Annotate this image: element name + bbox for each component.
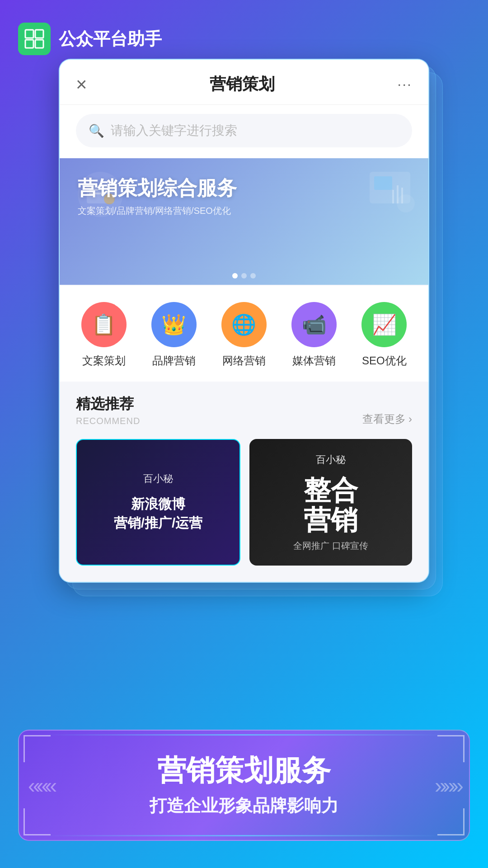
banner-text: 营销策划综合服务 文案策划/品牌营销/网络营销/SEO优化 [78, 176, 237, 217]
product-grid: 百小秘 新浪微博营销/推广/运营 百小秘 整合营销 全网推广 口碑宣传 [60, 432, 428, 582]
inner-app-title: 营销策划 [210, 73, 275, 95]
bottom-main-text: 营销策划服务 [46, 753, 442, 788]
banner-dots [232, 273, 256, 278]
banner-sub-text: 文案策划/品牌营销/网络营销/SEO优化 [78, 205, 237, 217]
card-brand-0: 百小秘 [143, 472, 173, 486]
cat-icon-1: 👑 [151, 302, 197, 347]
cat-icon-4: 📈 [361, 302, 407, 347]
app-logo [18, 23, 51, 55]
svg-rect-12 [392, 190, 394, 203]
svg-rect-2 [25, 40, 33, 48]
card-content-0: 百小秘 新浪微博营销/推广/运营 [77, 440, 239, 565]
card-text-1: 整合营销 [304, 476, 358, 535]
card-brand-1: 百小秘 [316, 453, 346, 467]
product-card-1[interactable]: 百小秘 整合营销 全网推广 口碑宣传 [249, 439, 412, 566]
more-button[interactable]: ··· [397, 76, 412, 93]
cat-icon-3: 📹 [291, 302, 337, 347]
svg-rect-1 [35, 30, 43, 38]
cat-label-1: 品牌营销 [152, 354, 196, 368]
recommend-more-button[interactable]: 查看更多 › [362, 412, 412, 426]
card-tag-1: 全网推广 口碑宣传 [293, 540, 368, 552]
category-item-3[interactable]: 📹 媒体营销 [291, 302, 337, 368]
product-card-0[interactable]: 百小秘 新浪微博营销/推广/运营 [76, 439, 240, 566]
recommend-subtitle: RECOMMEND [76, 416, 140, 426]
category-item-1[interactable]: 👑 品牌营销 [151, 302, 197, 368]
cat-label-4: SEO优化 [362, 354, 407, 368]
app-header: 公众平台助手 [0, 0, 488, 64]
search-icon: 🔍 [89, 123, 104, 138]
svg-rect-10 [374, 176, 392, 190]
recommend-more-label: 查看更多 [362, 412, 406, 426]
cat-label-3: 媒体营销 [292, 354, 336, 368]
frame-deco-bottom [45, 835, 443, 836]
category-item-2[interactable]: 🌐 网络营销 [221, 302, 267, 368]
frame-deco-top [45, 734, 443, 736]
banner[interactable]: 营销策划综合服务 文案策划/品牌营销/网络营销/SEO优化 [60, 158, 428, 285]
phone-frame-wrapper: × 营销策划 ··· 🔍 请输入关键字进行搜索 [59, 59, 429, 583]
recommend-title: 精选推荐 [76, 394, 140, 414]
cat-label-0: 文案策划 [82, 354, 126, 368]
cat-label-2: 网络营销 [222, 354, 266, 368]
svg-rect-0 [25, 30, 33, 38]
chevron-right-icon: › [408, 413, 412, 425]
cat-icon-0: 📋 [81, 302, 127, 347]
inner-app: × 营销策划 ··· 🔍 请输入关键字进行搜索 [60, 60, 428, 582]
card-content-1: 百小秘 整合营销 全网推广 口碑宣传 [249, 439, 412, 566]
cat-icon-2: 🌐 [221, 302, 267, 347]
close-button[interactable]: × [76, 75, 87, 94]
svg-point-11 [397, 194, 415, 212]
search-input-wrap[interactable]: 🔍 请输入关键字进行搜索 [76, 114, 412, 147]
inner-header: × 营销策划 ··· [60, 60, 428, 105]
banner-illus-right [361, 163, 419, 222]
bottom-sub-text: 打造企业形象品牌影响力 [46, 794, 442, 817]
dot-1 [232, 273, 238, 278]
category-item-4[interactable]: 📈 SEO优化 [361, 302, 407, 368]
svg-rect-3 [35, 40, 43, 48]
bottom-banner: ««« »»» 营销策划服务 打造企业形象品牌影响力 [18, 730, 470, 841]
banner-main-text: 营销策划综合服务 [78, 176, 237, 200]
dot-2 [241, 273, 247, 278]
categories: 📋 文案策划 👑 品牌营销 🌐 网络营销 📹 媒体营销 📈 SEO [60, 286, 428, 382]
svg-rect-14 [401, 188, 403, 203]
recommend-title-wrap: 精选推荐 RECOMMEND [76, 394, 140, 426]
card-text-0: 新浪微博营销/推广/运营 [114, 495, 203, 533]
category-item-0[interactable]: 📋 文案策划 [81, 302, 127, 368]
app-name-label: 公众平台助手 [59, 28, 162, 51]
recommend-header: 精选推荐 RECOMMEND 查看更多 › [60, 382, 428, 432]
bottom-section: ««« »»» 营销策划服务 打造企业形象品牌影响力 [18, 730, 470, 841]
svg-rect-13 [397, 185, 399, 203]
search-placeholder-text: 请输入关键字进行搜索 [111, 122, 237, 139]
card-layer-1: × 营销策划 ··· 🔍 请输入关键字进行搜索 [59, 59, 429, 583]
dot-3 [250, 273, 256, 278]
search-bar: 🔍 请输入关键字进行搜索 [60, 105, 428, 158]
